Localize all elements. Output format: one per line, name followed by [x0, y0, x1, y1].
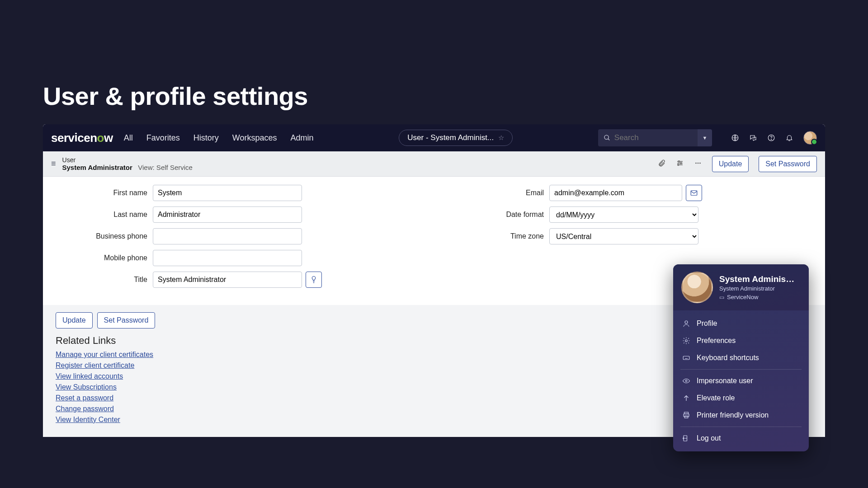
menu-item-label: Preferences [697, 337, 736, 345]
svg-point-11 [695, 162, 697, 164]
search-icon [604, 134, 611, 142]
chat-icon[interactable] [749, 134, 757, 142]
subheader-record-name: System Administrator [62, 164, 132, 171]
subheader-icons: Update Set Password [658, 156, 817, 172]
menu-item-elevate[interactable]: Elevate role [679, 389, 803, 407]
menu-item-label: Impersonate user [697, 377, 753, 385]
brand-text: servicen [51, 131, 97, 145]
search-container: ▼ [598, 129, 712, 146]
mobile-phone-input[interactable] [153, 250, 302, 266]
search-input[interactable] [614, 133, 692, 142]
nav-center: User - System Administ... ☆ [324, 130, 587, 146]
sliders-icon[interactable] [676, 159, 684, 169]
topnav-icons [731, 131, 817, 145]
link-identity-center[interactable]: View Identity Center [56, 414, 120, 425]
link-linked-accounts[interactable]: View linked accounts [56, 371, 123, 382]
profile-menu-avatar [681, 272, 713, 303]
top-nav: servicenow All Favorites History Workspa… [43, 124, 825, 151]
bell-icon[interactable] [785, 134, 793, 142]
person-icon [682, 319, 690, 328]
time-zone-label: Time zone [452, 232, 549, 240]
date-format-label: Date format [452, 211, 549, 219]
svg-point-24 [685, 380, 687, 382]
menu-item-logout[interactable]: Log out [679, 430, 803, 447]
menu-item-label: Profile [697, 319, 717, 328]
svg-rect-19 [683, 356, 689, 360]
nav-item-workspaces[interactable]: Workspaces [232, 133, 277, 143]
set-password-button[interactable]: Set Password [759, 156, 817, 172]
menu-item-label: Elevate role [697, 394, 735, 402]
menu-item-label: Log out [697, 434, 721, 442]
form-left-column: First name Last name Business phone Mobi… [56, 185, 416, 293]
subheader-view-label: View: Self Service [138, 164, 193, 171]
eye-icon [682, 377, 690, 385]
link-manage-certificates[interactable]: Manage your client certificates [56, 349, 153, 360]
menu-item-preferences[interactable]: Preferences [679, 332, 803, 349]
search-box[interactable] [598, 129, 698, 146]
svg-point-18 [685, 340, 688, 342]
printer-icon [682, 411, 690, 419]
svg-point-17 [685, 321, 688, 324]
title-suggest-icon[interactable] [306, 272, 322, 288]
link-register-certificate[interactable]: Register client certificate [56, 360, 134, 371]
svg-point-4 [771, 139, 771, 140]
link-subscriptions[interactable]: View Subscriptions [56, 382, 117, 393]
email-compose-icon[interactable] [686, 185, 702, 201]
menu-item-label: Printer friendly version [697, 411, 769, 419]
svg-rect-28 [684, 416, 688, 418]
more-icon[interactable] [694, 159, 702, 169]
breadcrumb-text: User - System Administ... [407, 133, 494, 142]
user-avatar[interactable] [803, 131, 817, 145]
svg-point-12 [697, 162, 698, 164]
svg-line-1 [608, 139, 609, 140]
svg-point-13 [699, 162, 701, 164]
update-button[interactable]: Update [712, 156, 749, 172]
subheader-kicker: User [62, 156, 193, 164]
update-button-bottom[interactable]: Update [56, 312, 93, 328]
link-reset-password[interactable]: Reset a password [56, 393, 113, 404]
profile-menu: System Administra... System Administrato… [673, 264, 809, 451]
profile-menu-body: Profile Preferences Keyboard shortcuts I… [673, 310, 809, 451]
brand-logo[interactable]: servicenow [51, 131, 113, 145]
app-frame: servicenow All Favorites History Workspa… [43, 124, 825, 437]
menu-item-keyboard[interactable]: Keyboard shortcuts [679, 349, 803, 366]
profile-menu-name: System Administra... [719, 274, 796, 284]
nav-item-admin[interactable]: Admin [290, 133, 313, 143]
date-format-select[interactable]: dd/MM/yyyy [549, 206, 698, 223]
brand-dot-icon: o [97, 131, 104, 145]
menu-separator [680, 369, 802, 370]
nav-item-favorites[interactable]: Favorites [146, 133, 180, 143]
help-icon[interactable] [767, 134, 775, 142]
title-input[interactable] [153, 272, 302, 288]
last-name-label: Last name [56, 211, 153, 219]
org-card-icon: ▭ [719, 294, 724, 300]
profile-menu-org: ▭ ServiceNow [719, 294, 796, 300]
time-zone-select[interactable]: US/Central [549, 228, 698, 244]
hamburger-icon[interactable]: ≡ [51, 159, 56, 169]
menu-item-impersonate[interactable]: Impersonate user [679, 372, 803, 389]
profile-menu-role: System Administrator [719, 285, 796, 292]
attachment-icon[interactable] [658, 159, 666, 169]
menu-item-label: Keyboard shortcuts [697, 354, 759, 362]
globe-icon[interactable] [731, 134, 739, 142]
last-name-input[interactable] [153, 206, 302, 223]
first-name-input[interactable] [153, 185, 302, 201]
first-name-label: First name [56, 189, 153, 197]
menu-item-profile[interactable]: Profile [679, 315, 803, 332]
search-dropdown-toggle[interactable]: ▼ [698, 129, 712, 146]
star-icon[interactable]: ☆ [498, 134, 504, 142]
nav-items: All Favorites History Workspaces Admin [124, 133, 314, 143]
menu-item-printer[interactable]: Printer friendly version [679, 407, 803, 424]
set-password-button-bottom[interactable]: Set Password [97, 312, 156, 328]
email-input[interactable] [549, 185, 682, 201]
email-label: Email [452, 189, 549, 197]
link-change-password[interactable]: Change password [56, 404, 114, 414]
svg-point-6 [678, 160, 679, 162]
svg-rect-16 [691, 191, 697, 196]
title-label: Title [56, 276, 153, 284]
logout-icon [682, 434, 690, 442]
nav-item-all[interactable]: All [124, 133, 133, 143]
nav-item-history[interactable]: History [193, 133, 219, 143]
business-phone-input[interactable] [153, 228, 302, 244]
breadcrumb-chip[interactable]: User - System Administ... ☆ [399, 130, 513, 146]
